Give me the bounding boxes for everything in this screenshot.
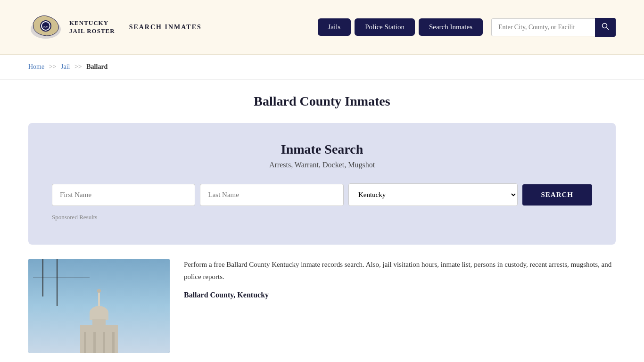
search-section-subtitle: Arrests, Warrant, Docket, Mugshot [52, 161, 592, 169]
breadcrumb-home[interactable]: Home [28, 63, 44, 70]
kentucky-logo-icon: KY [28, 9, 64, 45]
jails-button[interactable]: Jails [318, 18, 351, 36]
sponsored-label: Sponsored Results [52, 214, 592, 221]
header-search-input[interactable] [491, 18, 595, 36]
search-button[interactable]: SEARCH [522, 184, 593, 206]
county-description: Perform a free Ballard County Kentucky i… [184, 259, 616, 307]
inmate-search-section: Inmate Search Arrests, Warrant, Docket, … [28, 123, 616, 245]
search-section-title: Inmate Search [52, 142, 592, 157]
breadcrumb-bar: Home >> Jail >> Ballard [0, 55, 644, 80]
search-inmates-button[interactable]: Search Inmates [419, 18, 483, 36]
inmate-search-form: AlabamaAlaskaArizonaArkansasCaliforniaCo… [52, 183, 592, 206]
header-search-bar [491, 18, 616, 37]
state-select[interactable]: AlabamaAlaskaArizonaArkansasCaliforniaCo… [348, 183, 518, 206]
breadcrumb-current: Ballard [86, 63, 107, 70]
svg-point-5 [603, 23, 607, 28]
svg-line-6 [607, 27, 609, 30]
site-header: KY KENTUCKY JAIL ROSTER SEARCH INMATES J… [0, 0, 644, 55]
main-content: Ballard County Inmates Inmate Search Arr… [0, 80, 644, 362]
breadcrumb: Home >> Jail >> Ballard [28, 63, 616, 71]
header-search-button[interactable] [595, 18, 616, 37]
bottom-content: Perform a free Ballard County Kentucky i… [28, 259, 616, 353]
county-image [28, 259, 170, 353]
breadcrumb-sep1: >> [49, 63, 57, 70]
search-icon [602, 23, 609, 30]
logo-link[interactable]: KY KENTUCKY JAIL ROSTER [28, 9, 115, 45]
breadcrumb-jail[interactable]: Jail [61, 63, 70, 70]
svg-text:KY: KY [43, 25, 48, 29]
page-title: Ballard County Inmates [28, 94, 616, 109]
police-station-button[interactable]: Police Station [355, 18, 415, 36]
site-title: SEARCH INMATES [129, 24, 202, 31]
last-name-input[interactable] [200, 184, 343, 206]
county-subtitle: Ballard County, Kentucky [184, 288, 616, 301]
logo-text: KENTUCKY JAIL ROSTER [69, 19, 115, 35]
breadcrumb-sep2: >> [74, 63, 82, 70]
main-nav: Jails Police Station Search Inmates [318, 18, 616, 37]
description-paragraph: Perform a free Ballard County Kentucky i… [184, 259, 616, 283]
first-name-input[interactable] [52, 184, 195, 206]
